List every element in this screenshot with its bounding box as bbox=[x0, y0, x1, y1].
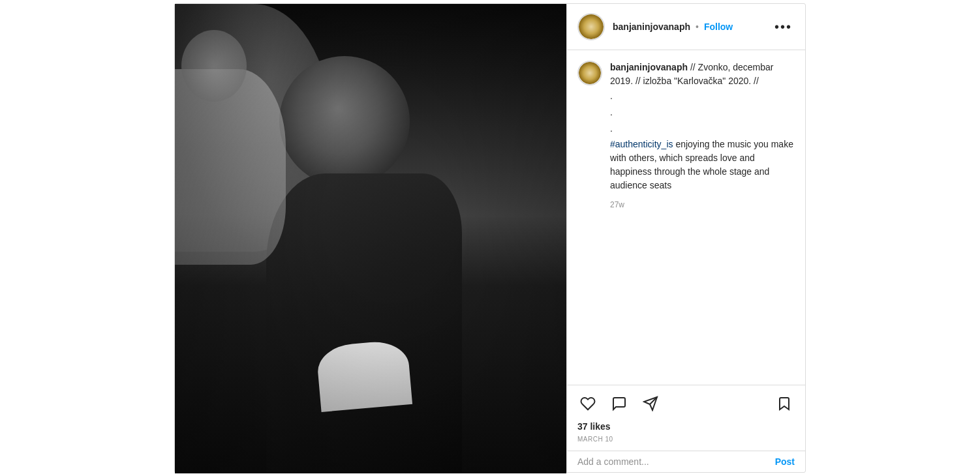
header-username[interactable]: banjaninjovanaph bbox=[613, 22, 690, 32]
caption-text: banjaninjovanaph // Zvonko, decembar 201… bbox=[610, 61, 795, 88]
follow-button[interactable]: Follow bbox=[704, 22, 733, 32]
heart-icon bbox=[580, 396, 596, 411]
like-button[interactable] bbox=[577, 393, 598, 416]
likes-count: 37 likes bbox=[577, 419, 795, 434]
header-avatar[interactable] bbox=[577, 13, 605, 40]
action-icons-row bbox=[577, 391, 795, 419]
paper-plane-icon bbox=[643, 396, 658, 411]
post-sidebar: banjaninjovanaph • Follow ••• banjaninjo… bbox=[566, 4, 805, 472]
sidebar-comments: banjaninjovanaph // Zvonko, decembar 201… bbox=[567, 50, 805, 385]
share-button[interactable] bbox=[640, 393, 661, 416]
caption-dots: . . . bbox=[610, 88, 795, 138]
header-dot: • bbox=[696, 22, 699, 32]
sidebar-header: banjaninjovanaph • Follow ••• bbox=[567, 4, 805, 50]
caption-hashtag[interactable]: #authenticity_is bbox=[610, 139, 673, 149]
caption-avatar[interactable] bbox=[577, 61, 602, 85]
post-container: banjaninjovanaph • Follow ••• banjaninjo… bbox=[174, 3, 806, 473]
caption-body: banjaninjovanaph // Zvonko, decembar 201… bbox=[610, 61, 795, 209]
post-image bbox=[175, 4, 566, 473]
post-comment-button[interactable]: Post bbox=[775, 456, 795, 467]
header-info: banjaninjovanaph • Follow bbox=[613, 22, 772, 32]
more-options-button[interactable]: ••• bbox=[772, 20, 795, 35]
caption-hashtag-block: #authenticity_is enjoying the music you … bbox=[610, 138, 795, 192]
caption-time: 27w bbox=[610, 200, 795, 209]
save-button[interactable] bbox=[774, 393, 795, 416]
comment-input-row: Post bbox=[567, 451, 805, 472]
comment-input[interactable] bbox=[577, 456, 775, 467]
caption-item: banjaninjovanaph // Zvonko, decembar 201… bbox=[577, 61, 795, 209]
post-image-inner bbox=[175, 4, 566, 473]
comment-button[interactable] bbox=[609, 393, 630, 416]
post-date: MARCH 10 bbox=[577, 434, 795, 448]
bookmark-icon bbox=[776, 396, 792, 411]
comment-icon bbox=[611, 396, 627, 411]
sidebar-actions: 37 likes MARCH 10 bbox=[567, 385, 805, 451]
caption-username[interactable]: banjaninjovanaph bbox=[610, 62, 688, 72]
